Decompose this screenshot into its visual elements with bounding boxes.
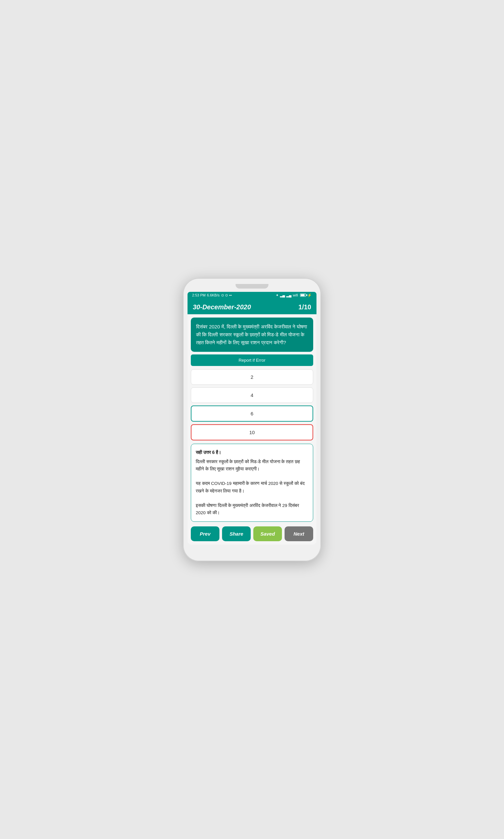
saved-button[interactable]: Saved — [253, 526, 282, 541]
option-3-correct[interactable]: 6 — [191, 406, 313, 422]
signal-icon2: ▂▄ — [286, 293, 291, 297]
explanation-title: सही उत्तर 6 है। — [196, 449, 308, 456]
signal-icon: ▂▄ — [280, 293, 285, 297]
explanation-line-2: यह कदम COVID-19 महामारी के कारण मार्च 20… — [196, 480, 308, 495]
quiz-header: 30-December-2020 1/10 — [187, 299, 317, 314]
explanation-card: सही उत्तर 6 है। दिल्ली सरकार स्कूलों के … — [191, 444, 313, 522]
explanation-line-1: दिल्ली सरकार स्कूलों के छात्रों को मिड-ड… — [196, 458, 308, 473]
option-2[interactable]: 4 — [191, 388, 313, 403]
report-error-button[interactable]: Report if Error — [191, 355, 313, 366]
charge-icon: ⚡ — [307, 293, 312, 297]
share-button[interactable]: Share — [222, 526, 251, 541]
options-container: 2 4 6 10 — [187, 366, 317, 441]
status-bar: 2:53 PM 6.6KB/s ⊙ ⊙ •• ✦ ▂▄ ▂▄ wifi ⚡ — [187, 292, 317, 299]
screen: 2:53 PM 6.6KB/s ⊙ ⊙ •• ✦ ▂▄ ▂▄ wifi ⚡ 30… — [187, 292, 317, 545]
network-speed: 6.6KB/s — [207, 293, 220, 297]
battery-icon — [300, 293, 306, 297]
phone-notch — [236, 284, 268, 289]
bottom-buttons: Prev Share Saved Next — [187, 522, 317, 545]
question-text: दिसंबर 2020 में, दिल्ली के मुख्यमंत्री अ… — [196, 323, 308, 346]
wifi-icon: wifi — [293, 293, 298, 297]
quiz-progress: 1/10 — [299, 303, 311, 311]
phone-shell: 2:53 PM 6.6KB/s ⊙ ⊙ •• ✦ ▂▄ ▂▄ wifi ⚡ 30… — [183, 278, 321, 561]
prev-button[interactable]: Prev — [191, 526, 219, 541]
explanation-line-3: इसकी घोषणा दिल्ली के मुख्यमंत्री अरविंद … — [196, 502, 308, 517]
quiz-date: 30-December-2020 — [193, 303, 251, 311]
option-4-wrong[interactable]: 10 — [191, 424, 313, 441]
time-display: 2:53 PM — [192, 293, 205, 297]
status-left: 2:53 PM 6.6KB/s ⊙ ⊙ •• — [192, 293, 232, 297]
status-icons: ⊙ ⊙ — [221, 293, 228, 297]
status-dots: •• — [229, 293, 232, 297]
question-card: दिसंबर 2020 में, दिल्ली के मुख्यमंत्री अ… — [191, 318, 313, 352]
bluetooth-icon: ✦ — [276, 293, 278, 297]
next-button[interactable]: Next — [285, 526, 313, 541]
status-right: ✦ ▂▄ ▂▄ wifi ⚡ — [276, 293, 312, 297]
option-1[interactable]: 2 — [191, 369, 313, 385]
